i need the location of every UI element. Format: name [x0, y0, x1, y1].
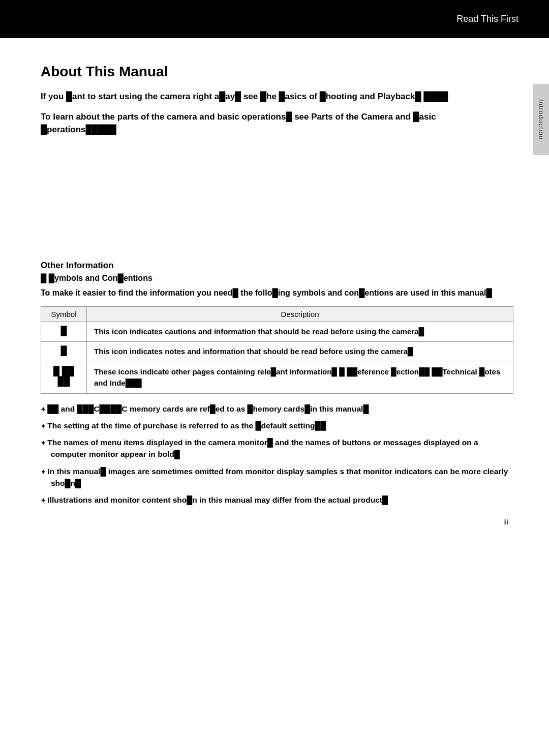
bullet-item: ██ and ███C████C memory cards are ref█ed… — [41, 403, 513, 415]
spacer — [41, 143, 513, 255]
symbol-cell: █ ██ ██ — [41, 362, 87, 393]
table-header-symbol: Symbol — [41, 306, 87, 322]
page-number: iii — [503, 517, 508, 526]
symbol-table: Symbol Description █This icon indicates … — [41, 306, 513, 394]
description-cell: This icon indicates notes and informatio… — [87, 342, 513, 362]
intro-para-2: To learn about the parts of the camera a… — [41, 110, 513, 136]
main-content: Introduction About This Manual If you █a… — [0, 38, 549, 541]
description-cell: These icons indicate other pages contain… — [87, 362, 513, 393]
header-bar: Read This First — [0, 0, 549, 38]
bullet-section: ██ and ███C████C memory cards are ref█ed… — [41, 403, 513, 506]
other-info-heading: Other Information — [41, 260, 513, 271]
symbols-subtext: To make it easier to find the informatio… — [41, 287, 513, 299]
intro-para-1: If you █ant to start using the camera ri… — [41, 90, 513, 103]
bullet-item: In this manual█ images are sometimes omi… — [41, 466, 513, 489]
symbol-cell: █ — [41, 342, 87, 362]
table-row: █This icon indicates cautions and inform… — [41, 322, 513, 342]
symbols-heading: █ █ymbols and Con█entions — [41, 274, 513, 283]
table-header-description: Description — [87, 306, 513, 322]
description-cell: This icon indicates cautions and informa… — [87, 322, 513, 342]
bullet-item: The names of menu items displayed in the… — [41, 437, 513, 460]
header-title: Read This First — [456, 14, 518, 24]
table-row: █ ██ ██These icons indicate other pages … — [41, 362, 513, 393]
table-row: █This icon indicates notes and informati… — [41, 342, 513, 362]
bullet-item: Illustrations and monitor content sho█n … — [41, 494, 513, 506]
side-tab: Introduction — [533, 84, 549, 155]
page-heading: About This Manual — [41, 64, 513, 80]
other-info-section: Other Information █ █ymbols and Con█enti… — [41, 260, 513, 506]
symbol-cell: █ — [41, 322, 87, 342]
bullet-item: The setting at the time of purchase is r… — [41, 420, 513, 431]
